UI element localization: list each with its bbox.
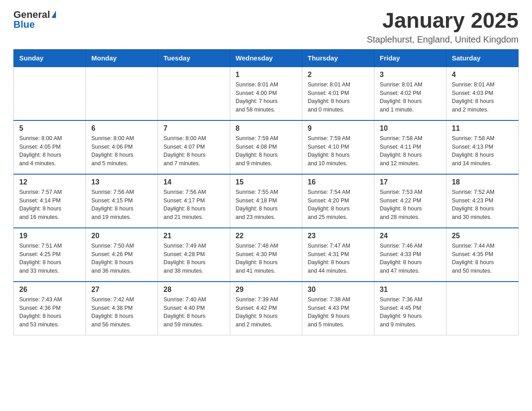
- day-number: 1: [236, 71, 296, 79]
- calendar-cell: 26Sunrise: 7:43 AM Sunset: 4:36 PM Dayli…: [14, 282, 86, 335]
- calendar-cell: 11Sunrise: 7:58 AM Sunset: 4:13 PM Dayli…: [446, 120, 519, 174]
- column-header-wednesday: Wednesday: [230, 49, 302, 67]
- day-number: 28: [163, 286, 224, 294]
- day-number: 8: [236, 124, 296, 133]
- day-number: 2: [308, 71, 369, 79]
- day-info: Sunrise: 8:01 AM Sunset: 4:03 PM Dayligh…: [452, 81, 513, 114]
- day-info: Sunrise: 7:47 AM Sunset: 4:31 PM Dayligh…: [308, 242, 369, 275]
- calendar-cell: 23Sunrise: 7:47 AM Sunset: 4:31 PM Dayli…: [302, 228, 374, 282]
- calendar-cell: 9Sunrise: 7:59 AM Sunset: 4:10 PM Daylig…: [302, 120, 374, 174]
- day-number: 12: [19, 178, 80, 186]
- day-info: Sunrise: 8:00 AM Sunset: 4:07 PM Dayligh…: [163, 134, 224, 168]
- calendar-table: SundayMondayTuesdayWednesdayThursdayFrid…: [13, 49, 519, 336]
- day-info: Sunrise: 7:53 AM Sunset: 4:22 PM Dayligh…: [380, 188, 441, 222]
- day-info: Sunrise: 8:00 AM Sunset: 4:05 PM Dayligh…: [19, 134, 80, 168]
- calendar-cell: [86, 67, 158, 120]
- calendar-cell: 20Sunrise: 7:50 AM Sunset: 4:26 PM Dayli…: [86, 228, 158, 282]
- calendar-week-row: 12Sunrise: 7:57 AM Sunset: 4:14 PM Dayli…: [14, 174, 519, 228]
- day-number: 10: [380, 124, 441, 133]
- day-number: 13: [91, 178, 152, 186]
- day-number: 30: [308, 286, 369, 294]
- location-subtitle: Staplehurst, England, United Kingdom: [367, 34, 519, 45]
- day-number: 29: [236, 286, 296, 294]
- day-number: 27: [91, 286, 152, 294]
- logo-blue-text: Blue: [13, 19, 35, 30]
- page-header: General Blue January 2025 Staplehurst, E…: [13, 9, 519, 45]
- day-info: Sunrise: 7:39 AM Sunset: 4:42 PM Dayligh…: [236, 295, 296, 329]
- day-info: Sunrise: 8:01 AM Sunset: 4:02 PM Dayligh…: [380, 81, 441, 114]
- day-info: Sunrise: 8:01 AM Sunset: 4:01 PM Dayligh…: [308, 81, 369, 114]
- calendar-cell: 16Sunrise: 7:54 AM Sunset: 4:20 PM Dayli…: [302, 174, 374, 228]
- day-info: Sunrise: 7:44 AM Sunset: 4:35 PM Dayligh…: [452, 242, 513, 275]
- column-header-monday: Monday: [86, 49, 158, 67]
- day-info: Sunrise: 7:56 AM Sunset: 4:15 PM Dayligh…: [91, 188, 152, 222]
- day-info: Sunrise: 7:50 AM Sunset: 4:26 PM Dayligh…: [91, 242, 152, 275]
- calendar-cell: 22Sunrise: 7:48 AM Sunset: 4:30 PM Dayli…: [230, 228, 302, 282]
- day-number: 31: [380, 286, 441, 294]
- day-info: Sunrise: 7:59 AM Sunset: 4:10 PM Dayligh…: [308, 134, 369, 168]
- day-number: 24: [380, 232, 441, 240]
- day-info: Sunrise: 7:40 AM Sunset: 4:40 PM Dayligh…: [163, 295, 224, 329]
- calendar-cell: 7Sunrise: 8:00 AM Sunset: 4:07 PM Daylig…: [158, 120, 230, 174]
- calendar-week-row: 5Sunrise: 8:00 AM Sunset: 4:05 PM Daylig…: [14, 120, 519, 174]
- day-info: Sunrise: 7:48 AM Sunset: 4:30 PM Dayligh…: [236, 242, 296, 275]
- day-number: 7: [163, 124, 224, 133]
- calendar-week-row: 19Sunrise: 7:51 AM Sunset: 4:25 PM Dayli…: [14, 228, 519, 282]
- day-info: Sunrise: 7:54 AM Sunset: 4:20 PM Dayligh…: [308, 188, 369, 222]
- calendar-cell: 1Sunrise: 8:01 AM Sunset: 4:00 PM Daylig…: [230, 67, 302, 120]
- month-title: January 2025: [367, 9, 519, 33]
- calendar-cell: 30Sunrise: 7:38 AM Sunset: 4:43 PM Dayli…: [302, 282, 374, 335]
- calendar-cell: 2Sunrise: 8:01 AM Sunset: 4:01 PM Daylig…: [302, 67, 374, 120]
- day-info: Sunrise: 7:46 AM Sunset: 4:33 PM Dayligh…: [380, 242, 441, 275]
- day-info: Sunrise: 7:51 AM Sunset: 4:25 PM Dayligh…: [19, 242, 80, 275]
- day-info: Sunrise: 8:00 AM Sunset: 4:06 PM Dayligh…: [91, 134, 152, 168]
- calendar-cell: 18Sunrise: 7:52 AM Sunset: 4:23 PM Dayli…: [446, 174, 519, 228]
- calendar-cell: 8Sunrise: 7:59 AM Sunset: 4:08 PM Daylig…: [230, 120, 302, 174]
- day-info: Sunrise: 7:59 AM Sunset: 4:08 PM Dayligh…: [236, 134, 296, 168]
- day-number: 16: [308, 178, 369, 186]
- day-number: 17: [380, 178, 441, 186]
- day-number: 20: [91, 232, 152, 240]
- day-info: Sunrise: 8:01 AM Sunset: 4:00 PM Dayligh…: [236, 81, 296, 114]
- day-info: Sunrise: 7:56 AM Sunset: 4:17 PM Dayligh…: [163, 188, 224, 222]
- calendar-week-row: 1Sunrise: 8:01 AM Sunset: 4:00 PM Daylig…: [14, 67, 519, 120]
- day-info: Sunrise: 7:58 AM Sunset: 4:13 PM Dayligh…: [452, 134, 513, 168]
- calendar-cell: [14, 67, 86, 120]
- calendar-cell: 19Sunrise: 7:51 AM Sunset: 4:25 PM Dayli…: [14, 228, 86, 282]
- day-number: 11: [452, 124, 513, 133]
- column-header-thursday: Thursday: [302, 49, 374, 67]
- calendar-cell: 15Sunrise: 7:55 AM Sunset: 4:18 PM Dayli…: [230, 174, 302, 228]
- column-header-saturday: Saturday: [446, 49, 519, 67]
- day-info: Sunrise: 7:38 AM Sunset: 4:43 PM Dayligh…: [308, 295, 369, 329]
- calendar-cell: [446, 282, 519, 335]
- day-number: 6: [91, 124, 152, 133]
- calendar-cell: 17Sunrise: 7:53 AM Sunset: 4:22 PM Dayli…: [374, 174, 446, 228]
- day-number: 18: [452, 178, 513, 186]
- calendar-week-row: 26Sunrise: 7:43 AM Sunset: 4:36 PM Dayli…: [14, 282, 519, 335]
- day-number: 26: [19, 286, 80, 294]
- day-info: Sunrise: 7:49 AM Sunset: 4:28 PM Dayligh…: [163, 242, 224, 275]
- title-section: January 2025 Staplehurst, England, Unite…: [367, 9, 519, 45]
- calendar-cell: 5Sunrise: 8:00 AM Sunset: 4:05 PM Daylig…: [14, 120, 86, 174]
- day-info: Sunrise: 7:57 AM Sunset: 4:14 PM Dayligh…: [19, 188, 80, 222]
- day-number: 22: [236, 232, 296, 240]
- logo: General Blue: [13, 9, 56, 30]
- day-number: 21: [163, 232, 224, 240]
- day-info: Sunrise: 7:42 AM Sunset: 4:38 PM Dayligh…: [91, 295, 152, 329]
- calendar-cell: 6Sunrise: 8:00 AM Sunset: 4:06 PM Daylig…: [86, 120, 158, 174]
- calendar-cell: 24Sunrise: 7:46 AM Sunset: 4:33 PM Dayli…: [374, 228, 446, 282]
- column-header-friday: Friday: [374, 49, 446, 67]
- calendar-cell: 31Sunrise: 7:36 AM Sunset: 4:45 PM Dayli…: [374, 282, 446, 335]
- day-number: 25: [452, 232, 513, 240]
- calendar-header-row: SundayMondayTuesdayWednesdayThursdayFrid…: [14, 49, 519, 67]
- day-number: 4: [452, 71, 513, 79]
- day-info: Sunrise: 7:43 AM Sunset: 4:36 PM Dayligh…: [19, 295, 80, 329]
- calendar-cell: 27Sunrise: 7:42 AM Sunset: 4:38 PM Dayli…: [86, 282, 158, 335]
- day-info: Sunrise: 7:58 AM Sunset: 4:11 PM Dayligh…: [380, 134, 441, 168]
- day-number: 23: [308, 232, 369, 240]
- column-header-sunday: Sunday: [14, 49, 86, 67]
- calendar-cell: 21Sunrise: 7:49 AM Sunset: 4:28 PM Dayli…: [158, 228, 230, 282]
- calendar-cell: 13Sunrise: 7:56 AM Sunset: 4:15 PM Dayli…: [86, 174, 158, 228]
- calendar-cell: 29Sunrise: 7:39 AM Sunset: 4:42 PM Dayli…: [230, 282, 302, 335]
- day-number: 5: [19, 124, 80, 133]
